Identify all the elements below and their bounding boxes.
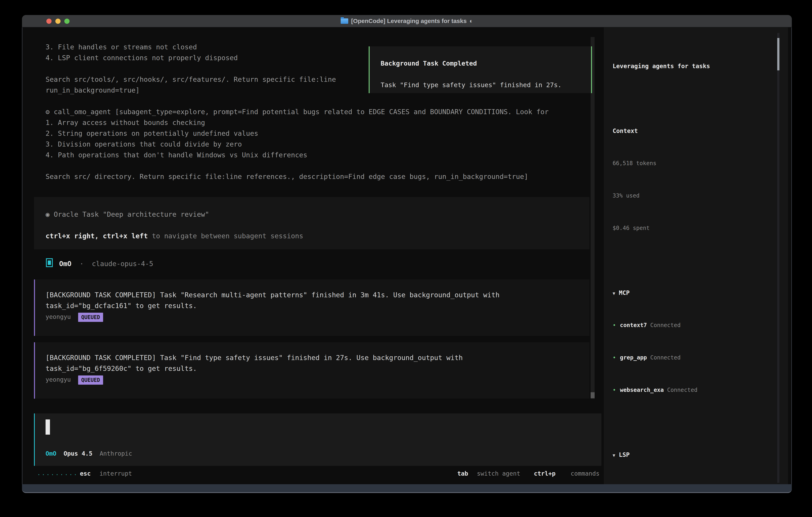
task-message-line: task_id="bg_dcfac161" to get results. — [46, 300, 197, 311]
queued-badge: QUEUED — [78, 376, 103, 385]
transcript-line: Search src/ directory. Return specific f… — [46, 171, 528, 182]
model-info-row: OmO Opus 4.5 Anthropic — [46, 448, 132, 459]
lsp-section-header[interactable]: ▼LSP — [613, 450, 784, 460]
transcript-line: 1. Array access without bounds checking — [46, 117, 205, 128]
status-dot-icon: • — [613, 322, 616, 328]
context-tokens: 66,518 tokens — [613, 158, 784, 169]
titlebar[interactable]: [OpenCode] Leveraging agents for tasks ◐ — [22, 15, 792, 27]
progress-spinner-dots: ⋅⋅⋅⋅⋅⋅⋅⋅⋅ — [37, 469, 78, 480]
notification-title: Background Task Completed — [381, 58, 477, 69]
context-heading: Context — [613, 126, 784, 136]
oracle-task-title: ◉ Oracle Task "Deep architecture review" — [46, 209, 209, 220]
separator-dot: · — [80, 260, 84, 268]
background-task-message: [BACKGROUND TASK COMPLETED] Task "Find t… — [34, 342, 589, 399]
minimize-button[interactable] — [55, 19, 61, 24]
mcp-section-header[interactable]: ▼MCP — [613, 288, 784, 298]
moon-icon: ◐ — [469, 18, 473, 24]
omo-agent-icon — [46, 258, 53, 267]
session-title: Leveraging agents for tasks — [613, 61, 784, 72]
model-provider: Anthropic — [100, 448, 132, 459]
oracle-icon: ◉ — [46, 210, 50, 218]
tool-call-text: call_omo_agent [subagent_type=explore, p… — [50, 108, 548, 116]
agent-model: claude-opus-4-5 — [92, 260, 153, 268]
interrupt-label: interrupt — [99, 468, 132, 479]
agent-header-row: OmO · claude-opus-4-5 — [59, 258, 153, 269]
status-dot-icon: • — [613, 354, 616, 361]
main-scrollbar-thumb[interactable] — [590, 392, 594, 398]
task-message-line: task_id="bg_6f59260c" to get results. — [46, 363, 197, 374]
notification-body: Task "Find type safety issues" finished … — [381, 80, 561, 90]
gear-icon: ⚙ — [46, 108, 50, 116]
transcript-line: 2. String operations on potentially unde… — [46, 128, 258, 139]
switch-agent-label: switch agent — [477, 468, 520, 479]
background-task-message: [BACKGROUND TASK COMPLETED] Task "Resear… — [34, 279, 589, 336]
tool-call-line: ⚙ call_omo_agent [subagent_type=explore,… — [46, 106, 549, 117]
active-agent-name: OmO — [46, 448, 56, 459]
mcp-item: •context7 Connected — [613, 320, 784, 331]
status-dot-icon: • — [613, 516, 616, 517]
task-meta-row: yeongyu QUEUED — [46, 374, 103, 385]
subagent-shortcut-hint: ctrl+x right, ctrl+x left to navigate be… — [46, 230, 303, 241]
text-cursor — [46, 419, 50, 435]
transcript-line: 3. Division operations that could divide… — [46, 139, 242, 149]
mcp-item: •grep_app Connected — [613, 352, 784, 363]
chevron-down-icon: ▼ — [613, 291, 615, 296]
close-button[interactable] — [46, 19, 52, 24]
window-bottom-edge — [22, 484, 792, 493]
task-message-line: [BACKGROUND TASK COMPLETED] Task "Find t… — [46, 352, 463, 363]
task-user: yeongyu — [46, 313, 71, 320]
esc-key-hint: esc — [80, 468, 91, 479]
shortcut-keys: ctrl+x right, ctrl+x left — [46, 232, 148, 240]
ctrlp-key-hint: ctrl+p — [534, 468, 555, 479]
chevron-down-icon: ▼ — [613, 453, 615, 458]
folder-icon — [341, 19, 348, 24]
lsp-item: •typescript — [613, 514, 784, 517]
agent-name: OmO — [59, 260, 71, 268]
window-title: [OpenCode] Leveraging agents for tasks — [351, 18, 467, 24]
sidebar: Leveraging agents for tasks Context 66,5… — [613, 34, 784, 517]
shortcut-description: to navigate between subagent sessions — [148, 232, 303, 240]
transcript-line: 3. File handles or streams not closed — [46, 42, 197, 52]
queued-badge: QUEUED — [78, 313, 103, 322]
background-task-notification: Background Task Completed Task "Find typ… — [369, 46, 592, 93]
tab-key-hint: tab — [457, 468, 468, 479]
active-model-name: Opus 4.5 — [63, 448, 92, 459]
transcript-line: 4. Path operations that don't handle Win… — [46, 149, 307, 160]
mcp-item: •websearch_exa Connected — [613, 385, 784, 396]
commands-label: commands — [571, 468, 600, 479]
task-meta-row: yeongyu QUEUED — [46, 311, 103, 322]
task-message-line: [BACKGROUND TASK COMPLETED] Task "Resear… — [46, 290, 499, 300]
context-spent: $0.46 spent — [613, 223, 784, 234]
context-used: 33% used — [613, 190, 784, 201]
transcript-line: run_in_background=true] — [46, 85, 140, 96]
task-user: yeongyu — [46, 376, 71, 383]
oracle-task-box: ◉ Oracle Task "Deep architecture review"… — [34, 197, 589, 249]
transcript-line: 4. LSP client connections not properly d… — [46, 52, 238, 63]
status-dot-icon: • — [613, 387, 616, 393]
maximize-button[interactable] — [64, 19, 69, 24]
transcript-line: Search src/tools/, src/hooks/, src/featu… — [46, 74, 336, 85]
